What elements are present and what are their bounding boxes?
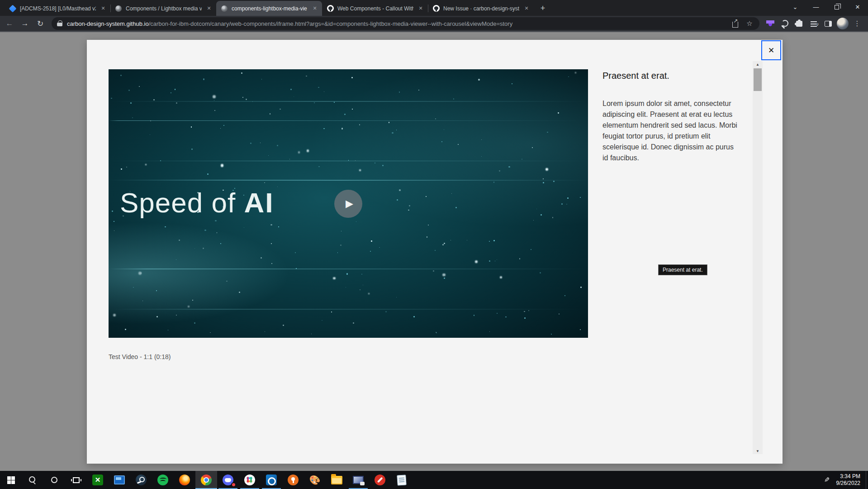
tab-storybook-components[interactable]: Components / Lightbox media vi ✕ xyxy=(110,1,216,16)
taskbar-xbox-button[interactable]: ✕ xyxy=(87,471,109,489)
browser-menu-button[interactable]: ⋮ xyxy=(851,17,863,30)
taskbar-chrome-button[interactable] xyxy=(195,471,217,489)
tab-close-icon[interactable]: ✕ xyxy=(523,5,530,12)
taskbar-openvpn-button[interactable] xyxy=(282,471,304,489)
side-panel-icon xyxy=(825,21,832,27)
taskbar-paint-button[interactable]: 🎨 xyxy=(304,471,326,489)
pen-icon[interactable]: ✎ xyxy=(824,476,830,484)
scroll-up-icon[interactable]: ▲ xyxy=(753,61,763,67)
show-desktop-button[interactable] xyxy=(866,471,868,489)
window-controls: ⌄ — ✕ xyxy=(785,0,868,16)
extension-bee-button[interactable] xyxy=(764,17,777,30)
github-favicon-icon xyxy=(432,5,440,12)
tab-title: New Issue · carbon-design-syste xyxy=(443,5,519,12)
jira-favicon-icon xyxy=(9,5,16,12)
tab-search-icon[interactable]: ⌄ xyxy=(785,0,806,14)
url-text[interactable]: carbon-design-system.github.io/carbon-fo… xyxy=(67,20,729,27)
restore-icon xyxy=(835,5,839,10)
taskbar-slack-button[interactable] xyxy=(239,471,261,489)
media-queue-button[interactable] xyxy=(807,17,820,30)
wrench-icon xyxy=(781,20,788,27)
clock-time: 3:34 PM xyxy=(836,473,860,480)
tab-title: components-lightbox-media-vie xyxy=(232,5,308,12)
file-explorer-icon xyxy=(331,476,342,484)
page-viewport: ✕ Speed of AI ▶ Test Video - 1:1 (0:18) … xyxy=(0,32,868,471)
tab-title: Web Components - Callout With xyxy=(337,5,413,12)
chrome-icon xyxy=(201,475,212,485)
new-tab-button[interactable]: + xyxy=(536,2,549,14)
firefox-icon xyxy=(179,475,190,485)
red-remote-app-icon xyxy=(375,475,385,485)
share-button[interactable] xyxy=(729,17,741,30)
taskbar-outlook-button[interactable] xyxy=(261,471,282,489)
description-panel: Praesent at erat. Lorem ipsum dolor sit … xyxy=(602,71,738,163)
restore-button[interactable] xyxy=(826,0,847,14)
taskbar-steam-button[interactable] xyxy=(130,471,152,489)
steam-icon xyxy=(136,475,147,485)
side-panel-button[interactable] xyxy=(822,17,835,30)
tab-github-new-issue[interactable]: New Issue · carbon-design-syste ✕ xyxy=(428,1,534,16)
tab-title: [ADCMS-2518] [L0/Masthead v2. xyxy=(20,5,96,12)
address-bar[interactable]: carbon-design-system.github.io/carbon-fo… xyxy=(52,17,759,30)
bookmark-star-icon[interactable]: ☆ xyxy=(743,17,756,30)
taskbar-firefox-button[interactable] xyxy=(174,471,195,489)
notification-badge xyxy=(231,482,236,487)
video-thumbnail[interactable]: Speed of AI ▶ xyxy=(109,69,588,338)
forward-icon[interactable]: → xyxy=(18,17,32,30)
tab-jira-masthead[interactable]: [ADCMS-2518] [L0/Masthead v2. ✕ xyxy=(5,1,110,16)
bee-icon xyxy=(766,20,774,27)
cortana-icon xyxy=(51,477,57,483)
taskbar-cortana-button[interactable] xyxy=(43,471,65,489)
taskbar-taskview-button[interactable] xyxy=(65,471,87,489)
task-view-icon xyxy=(73,477,80,483)
taskbar-spotify-button[interactable] xyxy=(152,471,174,489)
tab-title: Components / Lightbox media vi xyxy=(126,5,202,12)
tab-close-icon[interactable]: ✕ xyxy=(417,5,424,12)
extensions-button[interactable] xyxy=(793,17,806,30)
spotify-icon xyxy=(157,475,168,485)
play-button[interactable]: ▶ xyxy=(334,190,362,218)
tab-active-lightbox-story[interactable]: components-lightbox-media-vie ✕ xyxy=(216,1,322,16)
taskbar-start-button[interactable] xyxy=(0,471,22,489)
tab-close-icon[interactable]: ✕ xyxy=(311,5,318,12)
video-title-overlay: Speed of AI xyxy=(120,186,274,218)
reload-icon[interactable]: ↻ xyxy=(33,17,47,30)
taskbar-rdp-button[interactable] xyxy=(369,471,391,489)
taskbar-media-app-button[interactable] xyxy=(109,471,130,489)
taskbar-notepad-button[interactable] xyxy=(391,471,413,489)
close-window-button[interactable]: ✕ xyxy=(847,0,868,14)
openvpn-icon xyxy=(288,475,299,485)
clock-date: 9/26/2022 xyxy=(836,480,860,487)
lightbox-close-button[interactable]: ✕ xyxy=(761,40,781,60)
minimize-button[interactable]: — xyxy=(806,0,826,14)
taskbar-clock[interactable]: 3:34 PM 9/26/2022 xyxy=(836,473,860,487)
taskbar-empty-area xyxy=(413,471,821,489)
playlist-icon xyxy=(811,21,817,27)
tab-close-icon[interactable]: ✕ xyxy=(100,5,107,12)
xbox-icon: ✕ xyxy=(92,475,103,485)
extension-wrench-button[interactable] xyxy=(778,17,791,30)
panel-body-text: Lorem ipsum dolor sit amet, consectetur … xyxy=(602,98,738,163)
video-caption: Test Video - 1:1 (0:18) xyxy=(109,353,171,360)
taskbar-tray: ✎ 3:34 PM 9/26/2022 xyxy=(821,471,866,489)
taskbar-search-button[interactable] xyxy=(22,471,43,489)
scroll-down-icon[interactable]: ▼ xyxy=(753,448,763,454)
profile-button[interactable] xyxy=(836,17,849,30)
back-icon[interactable]: ← xyxy=(3,17,16,30)
slack-icon xyxy=(244,475,255,485)
panel-scrollbar[interactable]: ▲ ▼ xyxy=(753,61,763,454)
lock-icon[interactable] xyxy=(57,20,62,27)
github-favicon-icon xyxy=(327,5,334,12)
tab-close-icon[interactable]: ✕ xyxy=(205,5,213,12)
browser-window: [ADCMS-2518] [L0/Masthead v2. ✕ Componen… xyxy=(0,0,868,489)
tab-strip: [ADCMS-2518] [L0/Masthead v2. ✕ Componen… xyxy=(0,0,868,16)
url-path: /carbon-for-ibm-dotcom/canary/web-compon… xyxy=(149,20,513,27)
taskbar-explorer-button[interactable] xyxy=(326,471,347,489)
scrollbar-thumb[interactable] xyxy=(754,68,762,91)
windows-start-icon xyxy=(7,476,15,484)
lightbox-media-viewer: ✕ Speed of AI ▶ Test Video - 1:1 (0:18) … xyxy=(87,40,783,464)
avatar xyxy=(837,18,849,29)
taskbar-discord-button[interactable] xyxy=(217,471,239,489)
taskbar-remotepc-button[interactable] xyxy=(347,471,369,489)
tab-github-web-components[interactable]: Web Components - Callout With ✕ xyxy=(322,1,428,16)
